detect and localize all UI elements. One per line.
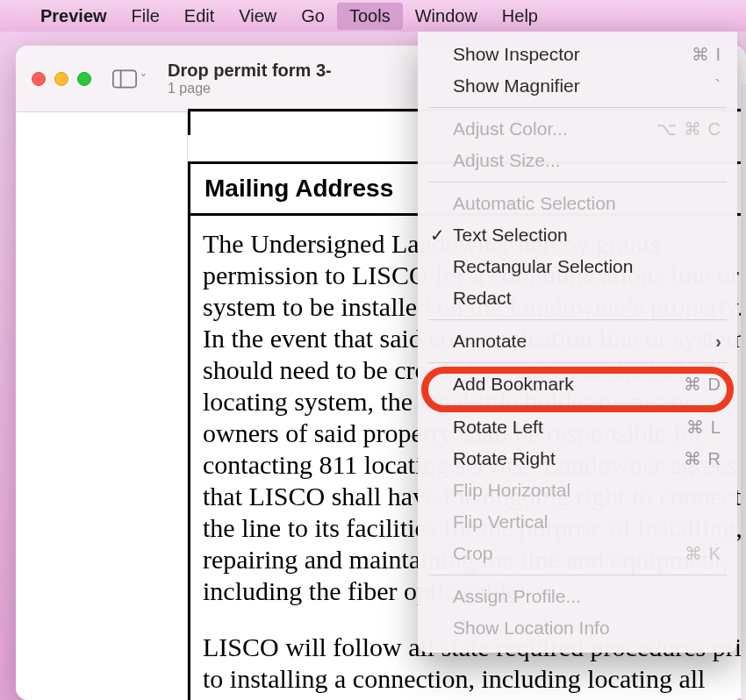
menu-separator (428, 182, 727, 182)
menu-separator (428, 107, 727, 108)
menu-item-flip-horizontal: Flip Horizontal (418, 475, 737, 506)
menubar-tools[interactable]: Tools (337, 3, 403, 30)
menu-item-label: Annotate (453, 331, 715, 352)
menu-shortcut: ` (714, 76, 721, 96)
menu-item-label: Show Location Info (453, 618, 721, 639)
chevron-right-icon: › (715, 332, 721, 352)
menu-item-show-magnifier[interactable]: Show Magnifier` (418, 70, 737, 102)
menu-shortcut: ⌘ R (684, 448, 721, 469)
menu-item-flip-vertical: Flip Vertical (418, 506, 737, 538)
menu-item-text-selection[interactable]: Text Selection (418, 219, 737, 251)
menu-item-crop: Crop⌘ K (418, 538, 737, 569)
menu-shortcut: ⌥ ⌘ C (656, 118, 721, 139)
adjacent-window-edge (741, 84, 746, 700)
sidebar-toggle-button[interactable]: ˅ (107, 66, 152, 92)
menu-shortcut: ⌘ L (686, 417, 721, 438)
menu-item-adjust-size: Adjust Size... (418, 145, 737, 176)
menubar: Preview File Edit View Go Tools Window H… (0, 0, 746, 32)
menubar-edit[interactable]: Edit (172, 3, 226, 30)
document-subtitle: 1 page (168, 81, 332, 96)
menu-item-label: Adjust Size... (453, 150, 721, 171)
menu-item-label: Show Inspector (453, 44, 692, 65)
menubar-view[interactable]: View (226, 3, 289, 30)
thumbnail-sidebar[interactable] (16, 112, 188, 700)
menu-separator (428, 405, 727, 406)
menu-separator (428, 319, 727, 320)
menu-item-assign-profile: Assign Profile... (418, 581, 737, 612)
menu-item-annotate[interactable]: Annotate› (418, 325, 737, 357)
menu-item-label: Flip Horizontal (453, 480, 721, 501)
menubar-app[interactable]: Preview (28, 3, 119, 30)
menubar-help[interactable]: Help (490, 3, 550, 30)
menu-item-label: Rotate Right (453, 448, 684, 469)
menu-item-label: Flip Vertical (453, 511, 721, 532)
sidebar-icon (112, 69, 137, 89)
menu-item-show-inspector[interactable]: Show Inspector⌘ I (418, 39, 737, 70)
menubar-file[interactable]: File (119, 3, 172, 30)
menu-item-label: Crop (453, 543, 685, 564)
svg-rect-0 (113, 70, 136, 87)
minimize-button[interactable] (54, 72, 68, 86)
menu-item-rotate-left[interactable]: Rotate Left⌘ L (418, 411, 737, 443)
menu-item-label: Show Magnifier (453, 75, 714, 96)
menu-item-adjust-color: Adjust Color...⌥ ⌘ C (418, 113, 737, 145)
menu-item-label: Text Selection (453, 225, 721, 246)
menu-item-automatic-selection: Automatic Selection (418, 188, 737, 219)
menu-shortcut: ⌘ D (684, 374, 721, 395)
menu-item-label: Automatic Selection (453, 193, 721, 214)
title-block: Drop permit form 3- 1 page (168, 61, 332, 96)
menu-item-label: Rectangular Selection (453, 256, 721, 277)
zoom-button[interactable] (77, 72, 91, 86)
menu-item-rectangular-selection[interactable]: Rectangular Selection (418, 251, 737, 282)
close-button[interactable] (32, 72, 46, 86)
traffic-lights (32, 72, 91, 86)
tools-menu: Show Inspector⌘ IShow Magnifier`Adjust C… (418, 32, 737, 653)
menubar-window[interactable]: Window (403, 3, 490, 30)
menu-separator (428, 362, 727, 363)
menu-item-rotate-right[interactable]: Rotate Right⌘ R (418, 443, 737, 475)
menu-item-label: Rotate Left (453, 417, 686, 438)
chevron-down-icon: ˅ (140, 72, 147, 86)
menu-item-show-location-info: Show Location Info (418, 612, 737, 644)
menubar-go[interactable]: Go (289, 3, 337, 30)
menu-item-label: Add Bookmark (453, 374, 684, 395)
menu-item-label: Adjust Color... (453, 118, 656, 139)
menu-item-redact[interactable]: Redact (418, 282, 737, 314)
menu-item-label: Assign Profile... (453, 586, 721, 607)
menu-shortcut: ⌘ I (692, 44, 721, 65)
document-title: Drop permit form 3- (168, 61, 332, 81)
menu-item-add-bookmark[interactable]: Add Bookmark⌘ D (418, 368, 737, 400)
menu-item-label: Redact (453, 288, 721, 309)
menu-shortcut: ⌘ K (685, 543, 721, 564)
menu-separator (428, 575, 727, 575)
